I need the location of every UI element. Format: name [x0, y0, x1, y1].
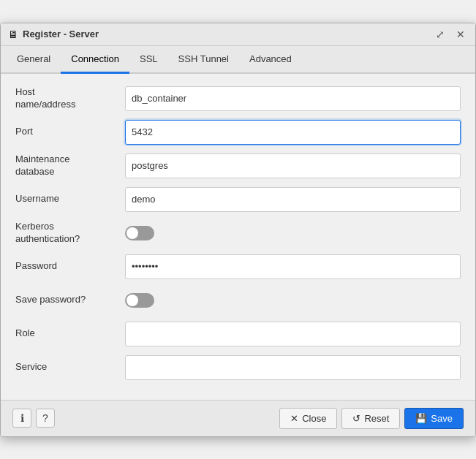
- info-button[interactable]: ℹ: [12, 409, 31, 428]
- service-label: Service: [15, 361, 125, 373]
- save-button[interactable]: 💾 Save: [404, 408, 464, 429]
- port-input[interactable]: [125, 120, 461, 145]
- tab-ssl[interactable]: SSL: [129, 46, 168, 74]
- role-input[interactable]: [125, 322, 461, 346]
- tab-connection[interactable]: Connection: [61, 46, 129, 74]
- expand-button[interactable]: ⤢: [433, 28, 447, 41]
- save-password-slider: [125, 293, 154, 308]
- footer-left: ℹ ?: [12, 409, 55, 428]
- service-row: Service: [15, 354, 461, 381]
- close-icon: ✕: [290, 413, 298, 424]
- save-password-label: Save password?: [15, 294, 125, 306]
- save-password-row: Save password?: [15, 287, 461, 314]
- help-button[interactable]: ?: [36, 409, 55, 428]
- save-icon: 💾: [415, 413, 427, 424]
- kerberos-slider: [125, 226, 154, 240]
- title-bar: 🖥 Register - Server ⤢ ✕: [1, 23, 475, 46]
- maintenance-database-input[interactable]: [125, 153, 461, 178]
- footer-right: ✕ Close ↺ Reset 💾 Save: [279, 408, 464, 429]
- close-window-button[interactable]: ✕: [453, 28, 468, 41]
- kerberos-toggle[interactable]: [125, 226, 154, 240]
- port-row: Port: [15, 119, 461, 145]
- service-input[interactable]: [125, 355, 461, 380]
- kerberos-row: Kerberos authentication?: [15, 220, 461, 246]
- role-row: Role: [15, 321, 461, 347]
- reset-icon: ↺: [352, 413, 360, 424]
- kerberos-label: Kerberos authentication?: [15, 221, 125, 246]
- tab-general[interactable]: General: [7, 46, 61, 74]
- title-bar-left: 🖥 Register - Server: [8, 29, 99, 40]
- password-row: Password: [15, 254, 461, 280]
- close-button[interactable]: ✕ Close: [279, 408, 337, 429]
- host-row: Host name/address: [15, 86, 461, 112]
- role-label: Role: [15, 327, 125, 340]
- register-server-window: 🖥 Register - Server ⤢ ✕ General Connecti…: [0, 23, 476, 437]
- maintenance-database-row: Maintenance database: [15, 153, 461, 179]
- username-row: Username: [15, 186, 461, 213]
- username-input[interactable]: [125, 187, 461, 212]
- footer: ℹ ? ✕ Close ↺ Reset 💾 Save: [1, 400, 475, 436]
- host-label: Host name/address: [15, 86, 125, 111]
- host-input[interactable]: [125, 86, 461, 111]
- username-label: Username: [15, 193, 125, 205]
- port-label: Port: [15, 126, 125, 138]
- window-icon: 🖥: [8, 29, 18, 40]
- maintenance-database-label: Maintenance database: [15, 153, 125, 178]
- close-label: Close: [302, 413, 326, 424]
- save-password-toggle[interactable]: [125, 293, 154, 308]
- title-bar-right: ⤢ ✕: [433, 28, 468, 41]
- save-label: Save: [431, 413, 453, 424]
- tabs-bar: General Connection SSL SSH Tunnel Advanc…: [1, 46, 475, 74]
- reset-button[interactable]: ↺ Reset: [341, 408, 400, 429]
- tab-advanced[interactable]: Advanced: [239, 46, 302, 74]
- tab-ssh-tunnel[interactable]: SSH Tunnel: [168, 46, 239, 74]
- password-input[interactable]: [125, 254, 461, 279]
- reset-label: Reset: [364, 413, 389, 424]
- password-label: Password: [15, 260, 125, 273]
- form-content: Host name/address Port Maintenance datab…: [1, 74, 475, 400]
- window-title: Register - Server: [23, 29, 99, 39]
